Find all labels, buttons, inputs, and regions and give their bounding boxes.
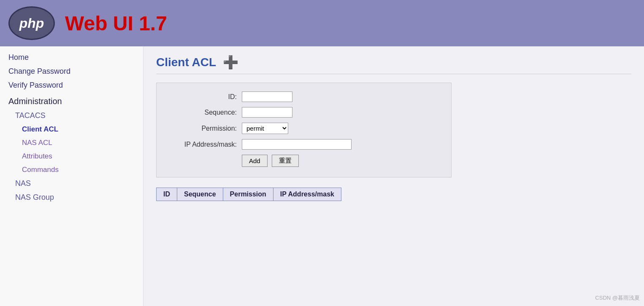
sidebar-item-nas[interactable]: NAS: [0, 177, 143, 191]
sidebar-item-administration: Administration: [0, 92, 143, 109]
form-row-permission: Permission: permit deny: [169, 123, 438, 134]
watermark: CSDN @暮雨浅夏: [595, 294, 640, 302]
sidebar-item-home[interactable]: Home: [0, 51, 143, 64]
acl-table: ID Sequence Permission IP Address/mask: [156, 188, 341, 201]
layout: Home Change Password Verify Password Adm…: [0, 46, 644, 306]
add-button[interactable]: Add: [242, 155, 268, 167]
sequence-label: Sequence:: [169, 109, 237, 116]
php-logo: php: [8, 6, 55, 40]
permission-select[interactable]: permit deny: [242, 123, 288, 134]
sidebar-item-nas-group[interactable]: NAS Group: [0, 191, 143, 204]
permission-label: Permission:: [169, 125, 237, 132]
sidebar-item-nas-acl[interactable]: NAS ACL: [0, 136, 143, 150]
sidebar-item-verify-password[interactable]: Verify Password: [0, 78, 143, 92]
col-id: ID: [157, 188, 177, 201]
ip-label: IP Address/mask:: [169, 141, 237, 148]
add-icon[interactable]: ➕: [223, 55, 238, 70]
sidebar-item-attributes[interactable]: Attributes: [0, 150, 143, 163]
sidebar: Home Change Password Verify Password Adm…: [0, 46, 143, 306]
col-sequence: Sequence: [177, 188, 223, 201]
page-title-row: Client ACL ➕: [156, 55, 631, 74]
id-input[interactable]: [242, 91, 292, 102]
main-content: Client ACL ➕ ID: Sequence: Permission: p…: [143, 46, 644, 306]
header: php Web UI 1.7: [0, 0, 644, 46]
sidebar-item-client-acl[interactable]: Client ACL: [0, 123, 143, 136]
php-logo-text: php: [19, 16, 44, 31]
sidebar-item-change-password[interactable]: Change Password: [0, 64, 143, 78]
sidebar-item-tacacs[interactable]: TACACS: [0, 109, 143, 123]
reset-button[interactable]: 重置: [272, 155, 299, 167]
sequence-input[interactable]: [242, 107, 292, 118]
col-ip: IP Address/mask: [273, 188, 341, 201]
form-buttons: Add 重置: [242, 155, 438, 167]
page-title: Client ACL: [156, 56, 216, 69]
app-title: Web UI 1.7: [65, 12, 167, 35]
form-panel: ID: Sequence: Permission: permit deny IP…: [156, 83, 452, 177]
table-header-row: ID Sequence Permission IP Address/mask: [157, 188, 341, 201]
sidebar-item-commands[interactable]: Commands: [0, 163, 143, 177]
form-row-sequence: Sequence:: [169, 107, 438, 118]
form-row-ip: IP Address/mask:: [169, 139, 438, 150]
col-permission: Permission: [223, 188, 273, 201]
form-row-id: ID:: [169, 91, 438, 102]
ip-input[interactable]: [242, 139, 352, 150]
id-label: ID:: [169, 93, 237, 101]
